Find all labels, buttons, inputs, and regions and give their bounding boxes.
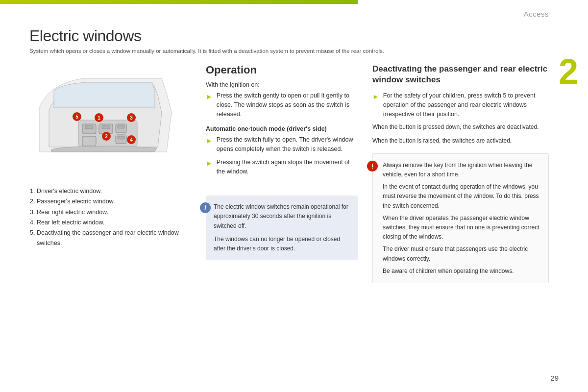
operation-bullet-2: ► Press the switch fully to open. The dr…	[206, 135, 358, 154]
access-label: Access	[524, 10, 549, 18]
svg-text:4: 4	[130, 137, 133, 143]
list-item-2: Passenger's electric window.	[37, 196, 201, 207]
middle-column: Operation With the ignition on: ► Press …	[206, 64, 358, 260]
list-item-4: Rear left electric window.	[37, 218, 201, 228]
bullet-arrow-1: ►	[206, 92, 213, 102]
list-item-1: Driver's electric window.	[37, 186, 201, 196]
svg-rect-6	[118, 125, 124, 128]
deactivate-title: Deactivating the passenger and rear elec…	[372, 64, 549, 85]
right-column: Deactivating the passenger and rear elec…	[372, 64, 549, 283]
page-number: 29	[550, 374, 559, 382]
operation-bullet-1: ► Press the switch gently to open or pul…	[206, 91, 358, 119]
info-text-2: The windows can no longer be opened or c…	[214, 235, 350, 253]
left-column: 1 2 3 4 5 Driver's electric window. Pass…	[24, 64, 201, 249]
bullet-arrow-deactivate: ►	[372, 92, 379, 102]
operation-bullet-3: ► Pressing the switch again stops the mo…	[206, 158, 358, 176]
page-title: Electric windows	[29, 27, 384, 45]
warning-text-3: When the driver operates the passenger e…	[383, 214, 540, 242]
diagram-area: 1 2 3 4 5	[24, 64, 181, 176]
list-item-3: Rear right electric window.	[37, 207, 201, 218]
deactivate-text-1: When the button is pressed down, the swi…	[372, 122, 549, 132]
warning-text-4: The driver must ensure that passengers u…	[383, 245, 540, 263]
info-box: i The electric window switches remain op…	[206, 196, 358, 260]
info-box-wrapper: i The electric window switches remain op…	[206, 196, 358, 260]
svg-text:1: 1	[98, 115, 100, 121]
deactivate-bullet: ► For the safety of your children, press…	[372, 91, 549, 119]
list-item-5: Deactivating the passenger and rear elec…	[37, 228, 201, 249]
page-title-area: Electric windows System which opens or c…	[29, 27, 384, 55]
info-text-1: The electric window switches remain oper…	[214, 202, 350, 231]
warning-text-2: In the event of contact during operation…	[383, 182, 540, 211]
warning-box: ! Always remove the key from the ignitio…	[372, 153, 549, 283]
top-bar	[0, 0, 358, 4]
info-icon: i	[200, 202, 211, 213]
svg-rect-9	[82, 136, 96, 146]
operation-title: Operation	[206, 64, 358, 76]
warning-text-1: Always remove the key from the ignition …	[383, 161, 540, 179]
svg-text:3: 3	[130, 115, 133, 121]
auto-touch-title: Automatic one-touch mode (driver's side)	[206, 125, 358, 132]
svg-rect-4	[102, 125, 110, 129]
warning-text-5: Be aware of children when operating the …	[383, 267, 540, 276]
svg-text:5: 5	[75, 114, 78, 120]
chapter-number: 2	[559, 54, 578, 89]
warning-icon: !	[367, 161, 378, 172]
operation-intro: With the ignition on:	[206, 81, 358, 88]
svg-text:2: 2	[105, 134, 108, 139]
svg-rect-8	[118, 136, 124, 139]
numbered-list: Driver's electric window. Passenger's el…	[24, 186, 201, 249]
page-subtitle: System which opens or closes a window ma…	[29, 47, 384, 55]
bullet-arrow-3: ►	[206, 158, 213, 169]
svg-rect-2	[85, 125, 93, 129]
bullet-arrow-2: ►	[206, 136, 213, 146]
deactivate-text-2: When the button is raised, the switches …	[372, 136, 549, 146]
warning-box-wrapper: ! Always remove the key from the ignitio…	[372, 153, 549, 283]
car-diagram: 1 2 3 4 5	[24, 64, 181, 172]
